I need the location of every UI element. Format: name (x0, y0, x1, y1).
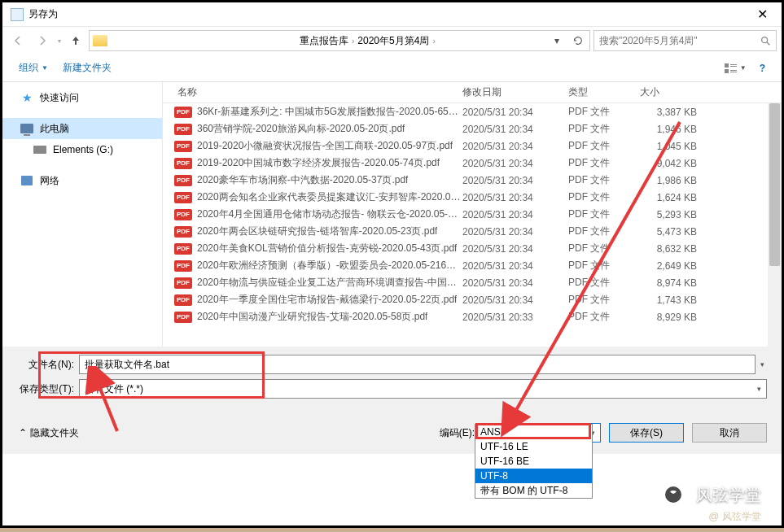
file-date: 2020/5/31 20:34 (462, 209, 568, 220)
new-folder-button[interactable]: 新建文件夹 (56, 58, 118, 78)
filename-input[interactable] (79, 355, 756, 374)
file-name: 2019-2020小微融资状况报告-全国工商联-2020.05-97页.pdf (197, 139, 453, 153)
encoding-option[interactable]: UTF-16 BE (475, 454, 592, 469)
file-row[interactable]: PDF2019-2020中国城市数字经济发展报告-2020.05-74页.pdf… (163, 155, 782, 172)
file-row[interactable]: PDF2020两会知名企业家代表委员提案建议汇-安邦智库-2020.05-9..… (163, 189, 782, 206)
sidebar-quick-access[interactable]: ★ 快速访问 (2, 87, 162, 108)
pdf-icon: PDF (174, 226, 192, 238)
file-row[interactable]: PDF2020年中国动漫产业研究报告-艾瑞-2020.05-58页.pdf202… (163, 308, 782, 325)
file-size: 9,042 KB (640, 158, 721, 169)
col-size-header[interactable]: 大小 (640, 85, 721, 99)
chevron-up-icon: ⌃ (19, 427, 27, 438)
view-button[interactable]: ▼ (719, 59, 751, 77)
history-dropdown[interactable]: ▾ (56, 37, 63, 45)
file-type: PDF 文件 (568, 276, 640, 290)
file-row[interactable]: PDF2020年物流与供应链企业复工达产营商环境调查报告-中国物流...2020… (163, 274, 782, 291)
sidebar-network[interactable]: 网络 (2, 170, 162, 191)
file-name: 2020年4月全国通用仓储市场动态报告- 物联云仓-2020.05-12... (197, 207, 462, 221)
file-name: 2020年两会区块链研究报告-链塔智库-2020.05-23页.pdf (197, 225, 437, 238)
up-button[interactable] (66, 31, 85, 50)
file-type: PDF 文件 (568, 190, 640, 204)
file-name: 360营销学院-2020旅游风向标-2020.05-20页.pdf (197, 122, 405, 136)
organize-button[interactable]: 组织▼ (12, 58, 55, 78)
pdf-icon: PDF (174, 243, 192, 255)
file-name: 2020年中国动漫产业研究报告-艾瑞-2020.05-58页.pdf (197, 310, 427, 324)
file-name: 2020年物流与供应链企业复工达产营商环境调查报告-中国物流... (197, 276, 462, 290)
file-size: 1,986 KB (640, 175, 721, 186)
file-row[interactable]: PDF2020年欧洲经济预测（春季版）-欧盟委员会-2020.05-216页.p… (163, 257, 782, 274)
file-size: 2,649 KB (640, 260, 721, 272)
file-row[interactable]: PDF360营销学院-2020旅游风向标-2020.05-20页.pdf2020… (163, 120, 782, 137)
col-type-header[interactable]: 类型 (568, 85, 640, 99)
address-bar[interactable]: 重点报告库 › 2020年5月第4周 › ▾ (89, 30, 590, 51)
navbar: ▾ 重点报告库 › 2020年5月第4周 › ▾ (2, 27, 782, 55)
file-date: 2020/5/31 20:34 (462, 294, 568, 306)
file-size: 1,743 KB (640, 294, 721, 306)
file-row[interactable]: PDF36Kr-新基建系列之: 中国城市5G发展指数报告-2020.05-65页… (163, 103, 782, 120)
pdf-icon: PDF (174, 141, 192, 152)
svg-point-0 (762, 37, 768, 43)
file-type: PDF 文件 (568, 139, 640, 153)
save-panel: 文件名(N): ▾ 保存类型(T): 所有文件 (*.*) ▾ (2, 347, 782, 412)
file-date: 2020/5/31 20:34 (462, 175, 568, 186)
drive-icon (33, 143, 46, 156)
pdf-icon: PDF (174, 158, 192, 169)
encoding-dropdown[interactable]: ANSIUTF-16 LEUTF-16 BEUTF-8带有 BOM 的 UTF-… (475, 424, 593, 499)
file-date: 2020/5/31 20:33 (462, 312, 568, 323)
file-date: 2020/5/31 20:34 (462, 158, 568, 169)
file-type: PDF 文件 (568, 173, 640, 187)
folder-icon (93, 35, 107, 46)
file-name: 2020年欧洲经济预测（春季版）-欧盟委员会-2020.05-216页.p... (197, 259, 462, 273)
file-row[interactable]: PDF2020年两会区块链研究报告-链塔智库-2020.05-23页.pdf20… (163, 223, 782, 240)
filename-label: 文件名(N): (11, 358, 74, 372)
sidebar: ★ 快速访问 此电脑 Elements (G:) 网络 (2, 82, 163, 347)
help-button[interactable]: ? (753, 59, 772, 77)
pdf-icon: PDF (174, 175, 192, 186)
file-row[interactable]: PDF2019-2020小微融资状况报告-全国工商联-2020.05-97页.p… (163, 137, 782, 155)
svg-line-1 (767, 42, 770, 46)
file-list: 名称 修改日期 类型 大小 PDF36Kr-新基建系列之: 中国城市5G发展指数… (163, 82, 782, 347)
pdf-icon: PDF (174, 312, 192, 323)
forward-button[interactable] (32, 30, 53, 51)
col-date-header[interactable]: 修改日期 (462, 85, 568, 99)
encoding-option[interactable]: UTF-16 LE (475, 439, 592, 454)
save-button[interactable]: 保存(S) (609, 423, 684, 443)
file-row[interactable]: PDF2020年4月全国通用仓储市场动态报告- 物联云仓-2020.05-12.… (163, 206, 782, 223)
search-box[interactable] (593, 30, 777, 51)
scrollbar[interactable] (768, 103, 782, 347)
file-type: PDF 文件 (568, 122, 640, 136)
breadcrumb-item[interactable]: 2020年5月第4周 (357, 34, 429, 48)
cancel-button[interactable]: 取消 (692, 423, 767, 443)
window-title: 另存为 (28, 7, 746, 21)
breadcrumb-item[interactable]: 重点报告库 (300, 34, 348, 48)
file-type: PDF 文件 (568, 105, 640, 119)
network-icon (20, 174, 33, 187)
file-name: 2020两会知名企业家代表委员提案建议汇-安邦智库-2020.05-9... (197, 190, 462, 204)
encoding-option[interactable]: 带有 BOM 的 UTF-8 (475, 483, 592, 498)
col-name-header[interactable]: 名称 (163, 85, 462, 99)
svg-rect-7 (730, 72, 737, 72)
filetype-combo[interactable]: 所有文件 (*.*) ▾ (79, 379, 767, 399)
back-button[interactable] (7, 30, 28, 51)
file-row[interactable]: PDF2020年一季度全国住宅市场报告-戴德梁行-2020.05-22页.pdf… (163, 291, 782, 308)
search-input[interactable] (599, 35, 755, 46)
file-type: PDF 文件 (568, 242, 640, 255)
file-row[interactable]: PDF2020豪华车市场洞察-中汽数据-2020.05-37页.pdf2020/… (163, 172, 782, 189)
scrollbar-thumb[interactable] (769, 103, 780, 266)
svg-rect-6 (730, 70, 737, 71)
file-name: 2020年美食KOL营销价值分析报告-克劳锐-2020.05-43页.pdf (197, 242, 457, 255)
address-dropdown[interactable]: ▾ (549, 35, 565, 46)
encoding-option[interactable]: ANSI (475, 425, 592, 439)
file-name: 2020年一季度全国住宅市场报告-戴德梁行-2020.05-22页.pdf (197, 293, 457, 307)
hide-folders-button[interactable]: ⌃ 隐藏文件夹 (19, 426, 79, 440)
file-row[interactable]: PDF2020年美食KOL营销价值分析报告-克劳锐-2020.05-43页.pd… (163, 240, 782, 257)
pdf-icon: PDF (174, 260, 192, 272)
encoding-option[interactable]: UTF-8 (475, 469, 592, 483)
svg-rect-5 (725, 69, 729, 73)
refresh-button[interactable] (570, 35, 586, 46)
close-button[interactable]: ✕ (746, 4, 778, 25)
sidebar-this-pc[interactable]: 此电脑 (2, 118, 162, 139)
breadcrumb: 重点报告库 › 2020年5月第4周 › (300, 34, 436, 48)
sidebar-drive-g[interactable]: Elements (G:) (2, 139, 162, 160)
file-type: PDF 文件 (568, 293, 640, 307)
